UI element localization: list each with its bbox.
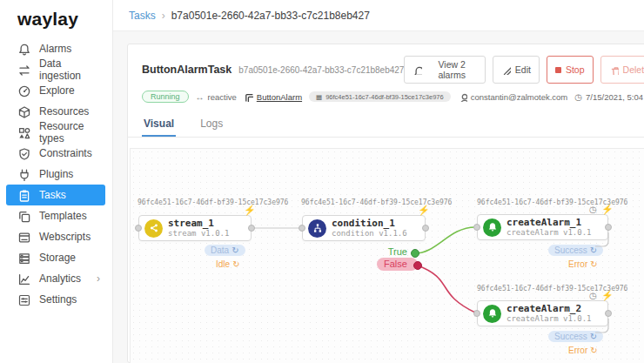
delete-button[interactable]: Delete bbox=[600, 56, 644, 84]
node-title: createAlarm_1 bbox=[506, 218, 592, 229]
sidebar-item-label: Plugins bbox=[39, 168, 73, 180]
node-create-alarm-2[interactable]: createAlarm_2 createAlarm v1.0.1 bbox=[477, 300, 608, 326]
task-tabs: Visual Logs bbox=[128, 111, 644, 138]
chevron-right-icon: › bbox=[97, 272, 100, 285]
task-owner: constantin@zalmotek.com bbox=[458, 92, 568, 102]
edit-label: Edit bbox=[515, 64, 531, 75]
sidebar-item-label: Alarms bbox=[39, 43, 71, 55]
resource-id: 96fc4e51-16c7-46df-bf39-15ce17c3e976 bbox=[325, 93, 444, 101]
sidebar-item-label: Constraints bbox=[39, 147, 92, 159]
lightning-icon: ⚡ bbox=[418, 205, 430, 215]
sidebar-item-plugins[interactable]: Plugins bbox=[6, 164, 105, 185]
sidebar-item-storage[interactable]: Storage bbox=[6, 247, 105, 268]
node-resource-label: 96fc4e51-16c7-46df-bf39-15ce17c3e976 bbox=[138, 198, 288, 206]
sidebar-item-label: Templates bbox=[39, 210, 87, 222]
reactive-arrows-icon: ↔ bbox=[196, 92, 205, 102]
owner-email: constantin@zalmotek.com bbox=[471, 92, 568, 102]
edge-label-false: False bbox=[377, 258, 418, 271]
stop-square-icon bbox=[555, 67, 561, 73]
sidebar-item-webscripts[interactable]: Webscripts bbox=[6, 226, 105, 247]
task-graph-canvas[interactable]: 96fc4e51-16c7-46df-bf39-15ce17c3e976 96f… bbox=[130, 148, 644, 363]
node-create-alarm-1[interactable]: createAlarm_1 createAlarm v1.0.1 bbox=[477, 214, 608, 240]
node-stream-1[interactable]: stream_1 stream v1.0.1 bbox=[138, 215, 252, 241]
breadcrumb-separator: › bbox=[162, 10, 165, 22]
true-output-dot bbox=[412, 250, 419, 258]
breadcrumb-current: b7a0501e-2660-42a7-bb33-c7c21b8eb427 bbox=[171, 10, 370, 22]
node-plugin-version: stream v1.0.1 bbox=[168, 229, 229, 238]
node-title: createAlarm_2 bbox=[506, 304, 592, 315]
bell-icon bbox=[413, 65, 422, 75]
tab-logs[interactable]: Logs bbox=[198, 111, 225, 137]
sidebar-item-constraints[interactable]: Constraints bbox=[6, 143, 105, 164]
sidebar-item-label: Analytics bbox=[39, 272, 81, 285]
task-name: ButtonAlarmTask bbox=[142, 64, 231, 76]
chart-icon bbox=[17, 272, 30, 286]
refresh-icon: ↻ bbox=[231, 245, 238, 255]
tab-visual[interactable]: Visual bbox=[142, 111, 176, 137]
copy-icon bbox=[17, 210, 30, 223]
user-icon bbox=[458, 92, 467, 102]
template-link[interactable]: ButtonAlarm bbox=[244, 92, 302, 102]
stream-icon bbox=[144, 219, 163, 238]
task-meta-row: Running ↔ reactive ButtonAlarm ▦ 96fc4e5… bbox=[128, 89, 644, 111]
node-plugin-version: createAlarm v1.0.1 bbox=[506, 314, 592, 323]
view-alarms-button[interactable]: View 2 alarms bbox=[404, 56, 485, 84]
sidebar-item-explore[interactable]: Explore bbox=[6, 80, 105, 101]
template-name: ButtonAlarm bbox=[257, 92, 302, 102]
compass-icon bbox=[17, 84, 30, 97]
sidebar-item-label: Settings bbox=[39, 293, 77, 306]
condition-icon bbox=[308, 219, 326, 238]
node-condition-1[interactable]: condition_1 condition v1.1.6 bbox=[302, 215, 426, 241]
state-badge-error: Error ↻ bbox=[568, 346, 598, 355]
sidebar-item-resources[interactable]: Resources bbox=[6, 101, 105, 122]
sidebar-item-label: Resources bbox=[39, 105, 89, 118]
sidebar-item-tasks[interactable]: Tasks bbox=[6, 185, 105, 205]
sidebar-item-alarms[interactable]: Alarms bbox=[6, 38, 105, 59]
sidebar-item-label: Webscripts bbox=[39, 231, 91, 243]
lightning-icon: ⚡ bbox=[601, 291, 614, 300]
edge-false-to-create-alarm-2 bbox=[418, 266, 475, 313]
sidebar-item-resource-types[interactable]: Resource types bbox=[6, 122, 105, 143]
task-mode-label: reactive bbox=[208, 92, 237, 102]
state-badge-error: Error ↻ bbox=[568, 259, 598, 269]
sidebar-item-templates[interactable]: Templates bbox=[6, 205, 105, 226]
sliders-icon bbox=[17, 293, 30, 306]
sidebar-item-label: Storage bbox=[39, 252, 76, 264]
pencil-icon bbox=[501, 65, 511, 75]
browser-window-icon bbox=[17, 231, 30, 244]
stop-label: Stop bbox=[566, 64, 585, 75]
sidebar-item-label: Explore bbox=[39, 84, 75, 97]
task-header: ButtonAlarmTask b7a0501e-2660-42a7-bb33-… bbox=[128, 44, 644, 89]
lightning-icon: ⚡ bbox=[244, 205, 256, 215]
state-badge-idle: Idle ↻ bbox=[216, 259, 240, 269]
sidebar-item-settings[interactable]: Settings bbox=[6, 289, 105, 310]
edge-label-true: True bbox=[372, 246, 407, 257]
resource-badge[interactable]: ▦ 96fc4e51-16c7-46df-bf39-15ce17c3e976 bbox=[309, 91, 451, 102]
stop-button[interactable]: Stop bbox=[547, 56, 594, 84]
sidebar-item-label: Data ingestion bbox=[39, 57, 100, 82]
sidebar-item-analytics[interactable]: Analytics › bbox=[6, 268, 105, 289]
task-id: b7a0501e-2660-42a7-bb33-c7c21b8eb427 bbox=[238, 65, 404, 75]
node-title: stream_1 bbox=[168, 218, 229, 230]
clock-icon: ◷ bbox=[589, 292, 597, 300]
alarm-bell-icon bbox=[483, 305, 501, 323]
task-detail-card: ButtonAlarmTask b7a0501e-2660-42a7-bb33-… bbox=[127, 44, 644, 363]
plug-icon bbox=[17, 168, 30, 181]
view-alarms-label: View 2 alarms bbox=[426, 59, 476, 80]
resource-icon: ▦ bbox=[316, 93, 322, 101]
status-badge: Running bbox=[142, 91, 189, 103]
trash-icon bbox=[609, 65, 619, 75]
clipboard-icon bbox=[17, 189, 30, 202]
waylay-logo[interactable]: waylay bbox=[0, 0, 112, 38]
task-created: ◷ 7/15/2021, 5:04 PM bbox=[574, 92, 644, 102]
breadcrumb: Tasks › b7a0501e-2660-42a7-bb33-c7c21b8e… bbox=[113, 0, 644, 31]
refresh-icon: ↻ bbox=[232, 259, 239, 269]
edit-button[interactable]: Edit bbox=[493, 56, 540, 84]
breadcrumb-tasks-link[interactable]: Tasks bbox=[129, 10, 156, 22]
refresh-icon: ↻ bbox=[590, 332, 597, 341]
node-title: condition_1 bbox=[332, 218, 407, 230]
state-badge-data: Data ↻ bbox=[205, 245, 245, 256]
server-icon bbox=[17, 252, 30, 265]
state-badge-success: Success ↻ bbox=[548, 331, 603, 342]
sidebar-item-data-ingestion[interactable]: Data ingestion bbox=[6, 59, 105, 80]
